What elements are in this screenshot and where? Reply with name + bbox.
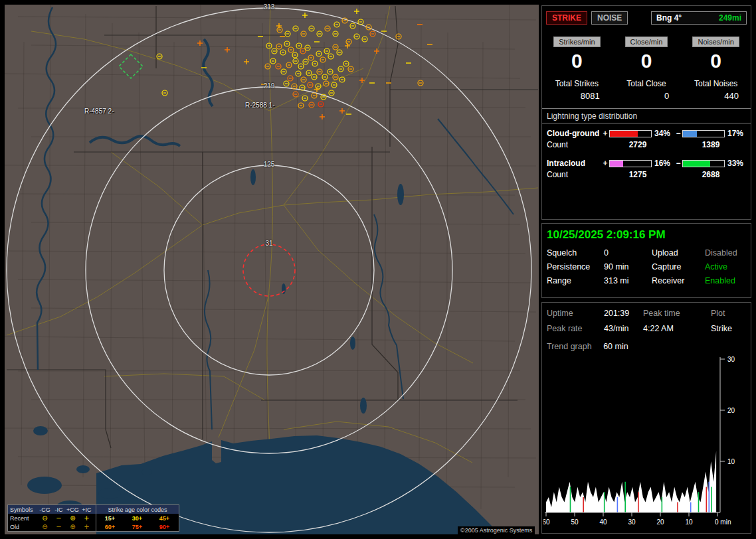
age-code: 75+: [124, 524, 151, 530]
lightning-map[interactable]: 313 219 125 31 R-4857 2- R-2588 1- Symbo…: [5, 5, 539, 534]
close-per-min-value: 0: [612, 50, 682, 72]
svg-text:20: 20: [727, 407, 735, 414]
receiver-label: Receiver: [652, 276, 705, 285]
ic-pos-count: 1275: [601, 170, 674, 179]
cg-neg-bar: [682, 130, 725, 137]
legend-col-neg-ic: -IC: [52, 506, 66, 513]
upload-label: Upload: [652, 248, 705, 258]
status-panel: 10/25/2025 2:09:16 PM Squelch 0 Upload D…: [541, 223, 751, 298]
trend-graph-label: Trend graph: [547, 342, 592, 351]
peak-time-label: Peak time: [643, 309, 711, 318]
cloud-ground-label: Cloud-ground: [547, 129, 601, 138]
legend-symbols-title: Symbols: [8, 506, 38, 513]
receiver-status: Enabled: [705, 276, 746, 285]
nexstorm-app: 313 219 125 31 R-4857 2- R-2588 1- Symbo…: [0, 0, 756, 539]
circle-plus-icon: ⊕: [66, 515, 80, 522]
minus-icon: −: [52, 524, 66, 530]
svg-text:20: 20: [656, 518, 664, 526]
range-label: Range: [547, 276, 604, 285]
peak-rate-value: 43/min: [604, 324, 643, 333]
cg-neg-count: 1389: [674, 140, 747, 149]
total-noises-label: Total Noises: [681, 79, 751, 88]
bearing-range-display: Bng 4° 249mi: [651, 11, 747, 25]
persistence-value: 90 min: [604, 262, 652, 271]
svg-text:40: 40: [599, 518, 607, 526]
capture-status: Active: [705, 262, 746, 271]
storm-cell-label: R-2588 1-: [245, 102, 274, 109]
minus-sign: −: [674, 129, 682, 138]
count-label: Count: [547, 140, 601, 149]
legend-col-pos-ic: +IC: [80, 506, 94, 513]
session-panel: Uptime 201:39 Peak time Plot Peak rate 4…: [541, 302, 751, 534]
circle-plus-icon: ⊕: [66, 524, 80, 530]
cg-pos-count: 2729: [601, 140, 674, 149]
capture-label: Capture: [652, 262, 705, 271]
ic-pos-bar: [609, 160, 652, 167]
datetime-display: 10/25/2025 2:09:16 PM: [542, 224, 751, 247]
total-close-label: Total Close: [612, 79, 682, 88]
intracloud-label: Intracloud: [547, 159, 601, 168]
svg-text:50: 50: [571, 518, 579, 526]
peak-time-value: 4:22 AM: [643, 324, 711, 333]
noises-per-min-value: 0: [681, 50, 751, 72]
close-per-min-chip: Close/min: [625, 37, 668, 47]
ic-pos-pct: 16%: [652, 159, 674, 168]
upload-status: Disabled: [705, 248, 746, 258]
plus-sign: +: [601, 129, 609, 138]
minus-icon: −: [52, 515, 66, 522]
circle-minus-icon: ⊖: [38, 524, 52, 530]
total-strikes-label: Total Strikes: [542, 79, 612, 88]
svg-text:0 min: 0 min: [715, 518, 731, 526]
circle-minus-icon: ⊖: [38, 515, 52, 522]
storm-cell-label: R-4857 2-: [84, 108, 114, 115]
legend-row-recent: Recent: [8, 515, 38, 522]
svg-text:60: 60: [543, 518, 550, 526]
trend-graph-chart: 1020306050403020100 min: [543, 356, 749, 531]
squelch-label: Squelch: [547, 248, 604, 258]
range-setting-value: 313 mi: [604, 276, 652, 285]
total-strikes-value: 8081: [542, 91, 612, 101]
total-close-value: 0: [612, 91, 682, 101]
range-ring-label: 219: [264, 82, 275, 90]
range-ring-label: 313: [264, 3, 275, 11]
legend-age-title: Strike age color codes: [96, 506, 179, 513]
range-value: 249mi: [719, 13, 741, 23]
age-code: 90+: [151, 524, 178, 530]
svg-text:10: 10: [685, 518, 693, 526]
ic-neg-bar: [682, 160, 725, 167]
noise-mode-button[interactable]: NOISE: [591, 11, 628, 25]
bearing-value: Bng 4°: [656, 13, 682, 23]
persistence-label: Persistence: [547, 262, 604, 271]
cg-pos-pct: 34%: [652, 129, 674, 138]
strike-mode-button[interactable]: STRIKE: [546, 11, 587, 25]
plus-icon: +: [80, 515, 94, 522]
uptime-value: 201:39: [604, 309, 643, 318]
total-noises-value: 440: [681, 91, 751, 101]
svg-text:30: 30: [628, 518, 636, 526]
cg-pos-bar: [609, 130, 652, 137]
count-label: Count: [547, 170, 601, 179]
plot-label: Plot: [711, 309, 746, 318]
plus-sign: +: [601, 159, 609, 168]
noises-per-min-chip: Noises/min: [692, 37, 739, 47]
age-code: 15+: [96, 515, 124, 522]
map-legend: Symbols -CG -IC +CG +IC Recent ⊖ − ⊕ + O…: [7, 504, 179, 532]
strike-stats-panel: STRIKE NOISE Bng 4° 249mi Strikes/min Cl…: [541, 5, 751, 220]
plus-icon: +: [80, 524, 94, 530]
plot-mode-value: Strike: [711, 324, 746, 333]
trend-window-value: 60 min: [603, 342, 628, 351]
peak-rate-label: Peak rate: [547, 324, 604, 333]
range-ring-label: 31: [265, 240, 272, 247]
svg-text:30: 30: [727, 356, 735, 363]
strikes-per-min-chip: Strikes/min: [553, 37, 600, 47]
svg-text:10: 10: [727, 458, 735, 465]
distribution-title: Lightning type distribution: [542, 109, 751, 123]
range-ring-label: 125: [264, 161, 275, 168]
legend-row-old: Old: [8, 524, 38, 530]
age-code: 60+: [96, 524, 124, 530]
cg-neg-pct: 17%: [725, 129, 747, 138]
age-code: 45+: [151, 515, 178, 522]
strikes-per-min-value: 0: [542, 50, 612, 72]
ic-neg-count: 2688: [674, 170, 747, 179]
legend-col-neg-cg: -CG: [38, 506, 52, 513]
